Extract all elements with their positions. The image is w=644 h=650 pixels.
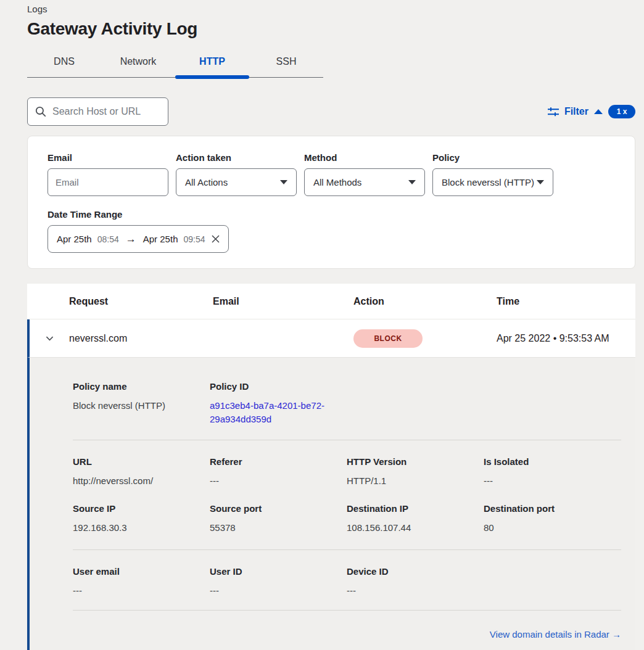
http-version-value: HTTP/1.1 <box>347 474 484 488</box>
table-row[interactable]: neverssl.com BLOCK Apr 25 2022 • 9:53:53… <box>27 319 635 358</box>
request-section: URL http://neverssl.com/ Referer --- HTT… <box>73 440 621 498</box>
radar-link-row: View domain details in Radar → <box>73 629 621 640</box>
section-divider <box>73 610 621 611</box>
destination-port-item: Destination port 80 <box>484 503 621 535</box>
device-id-value: --- <box>347 584 484 598</box>
referer-label: Referer <box>210 456 347 467</box>
start-time: 08:54 <box>97 234 119 244</box>
policy-id-link[interactable]: a91c3eb4-ba7a-4201-be72-29a934dd359d <box>210 399 328 426</box>
tab-network[interactable]: Network <box>101 49 175 77</box>
chevron-down-icon <box>408 180 416 184</box>
destination-ip-value: 108.156.107.44 <box>347 521 484 535</box>
is-isolated-label: Is Isolated <box>484 456 621 467</box>
user-id-label: User ID <box>210 566 347 577</box>
date-time-range-label: Date Time Range <box>47 209 615 220</box>
row-request: neverssl.com <box>69 333 213 344</box>
user-email-value: --- <box>73 584 210 598</box>
policy-name-item: Policy name Block neverssl (HTTP) <box>73 381 210 426</box>
tab-dns[interactable]: DNS <box>27 49 101 77</box>
column-header-request: Request <box>69 296 213 307</box>
destination-ip-label: Destination IP <box>347 503 484 514</box>
activity-log-table: Request Email Action Time neverssl.com B… <box>27 284 635 650</box>
policy-value: Block neverssl (HTTP) <box>442 177 534 187</box>
url-label: URL <box>73 456 210 467</box>
is-isolated-item: Is Isolated --- <box>484 456 621 488</box>
user-id-value: --- <box>210 584 347 598</box>
clear-date-range-icon[interactable] <box>212 235 220 243</box>
action-taken-value: All Actions <box>185 177 228 187</box>
column-header-time: Time <box>497 296 635 307</box>
user-email-label: User email <box>73 566 210 577</box>
row-expander-chevron-icon[interactable] <box>30 333 69 344</box>
chevron-down-icon <box>537 180 544 184</box>
filter-toggle-button[interactable]: Filter 1 x <box>548 105 635 118</box>
email-filter-input[interactable] <box>47 168 168 196</box>
network-section: Source IP 192.168.30.3 Source port 55378… <box>73 497 621 549</box>
source-port-value: 55378 <box>210 521 347 535</box>
source-port-label: Source port <box>210 503 347 514</box>
source-port-item: Source port 55378 <box>210 503 347 535</box>
end-date: Apr 25th <box>143 234 178 244</box>
arrow-right-icon: → <box>126 233 136 245</box>
row-expanded-details: Policy name Block neverssl (HTTP) Policy… <box>27 358 635 650</box>
row-action: BLOCK <box>353 329 497 348</box>
breadcrumb: Logs <box>0 0 644 14</box>
source-ip-item: Source IP 192.168.30.3 <box>73 503 210 535</box>
source-ip-label: Source IP <box>73 503 210 514</box>
filter-sliders-icon <box>548 107 559 117</box>
http-version-label: HTTP Version <box>347 456 484 467</box>
search-input[interactable] <box>52 106 157 117</box>
url-item: URL http://neverssl.com/ <box>73 456 210 488</box>
policy-filter: Policy Block neverssl (HTTP) <box>432 152 553 196</box>
destination-port-label: Destination port <box>484 503 621 514</box>
action-taken-select[interactable]: All Actions <box>176 168 297 196</box>
is-isolated-value: --- <box>484 474 621 488</box>
action-taken-label: Action taken <box>176 152 297 163</box>
url-value: http://neverssl.com/ <box>73 474 210 488</box>
policy-name-label: Policy name <box>73 381 210 392</box>
gateway-activity-log-page: Logs Gateway Activity Log DNS Network HT… <box>0 0 644 650</box>
source-ip-value: 192.168.30.3 <box>73 521 210 535</box>
column-header-email: Email <box>213 296 353 307</box>
start-date: Apr 25th <box>57 234 92 244</box>
policy-id-item: Policy ID a91c3eb4-ba7a-4201-be72-29a934… <box>210 381 347 426</box>
http-version-item: HTTP Version HTTP/1.1 <box>347 456 484 488</box>
tab-ssh[interactable]: SSH <box>249 49 323 77</box>
policy-section: Policy name Block neverssl (HTTP) Policy… <box>73 358 621 440</box>
filter-fields-row: Email Action taken All Actions Method Al… <box>47 152 615 196</box>
referer-value: --- <box>210 474 347 488</box>
search-icon <box>35 106 46 117</box>
search-filter-row: Filter 1 x <box>27 97 635 126</box>
destination-ip-item: Destination IP 108.156.107.44 <box>347 503 484 535</box>
filter-label: Filter <box>564 106 588 117</box>
end-time: 09:54 <box>183 234 205 244</box>
row-time: Apr 25 2022 • 9:53:53 AM <box>497 333 635 344</box>
chevron-up-icon <box>594 109 603 114</box>
date-time-range-field[interactable]: Apr 25th 08:54 → Apr 25th 09:54 <box>47 225 229 253</box>
email-filter: Email <box>47 152 168 196</box>
referer-item: Referer --- <box>210 456 347 488</box>
destination-port-value: 80 <box>484 521 621 535</box>
policy-label: Policy <box>432 152 553 163</box>
email-filter-label: Email <box>47 152 168 163</box>
view-radar-link[interactable]: View domain details in Radar → <box>490 629 621 640</box>
search-box <box>27 97 168 126</box>
policy-select[interactable]: Block neverssl (HTTP) <box>432 168 553 196</box>
user-id-item: User ID --- <box>210 566 347 598</box>
method-value: All Methods <box>313 177 361 187</box>
method-select[interactable]: All Methods <box>304 168 425 196</box>
device-id-label: Device ID <box>347 566 484 577</box>
page-title: Gateway Activity Log <box>27 19 644 39</box>
policy-name-value: Block neverssl (HTTP) <box>73 399 210 413</box>
method-filter: Method All Methods <box>304 152 425 196</box>
table-header-row: Request Email Action Time <box>27 284 635 319</box>
active-tab-indicator <box>175 75 249 79</box>
filter-count-badge[interactable]: 1 x <box>608 105 635 118</box>
column-header-action: Action <box>353 296 497 307</box>
user-section: User email --- User ID --- Device ID --- <box>73 550 621 610</box>
action-taken-filter: Action taken All Actions <box>176 152 297 196</box>
user-email-item: User email --- <box>73 566 210 598</box>
device-id-item: Device ID --- <box>347 566 484 598</box>
block-status-badge: BLOCK <box>353 329 423 348</box>
tab-http[interactable]: HTTP <box>175 49 249 77</box>
